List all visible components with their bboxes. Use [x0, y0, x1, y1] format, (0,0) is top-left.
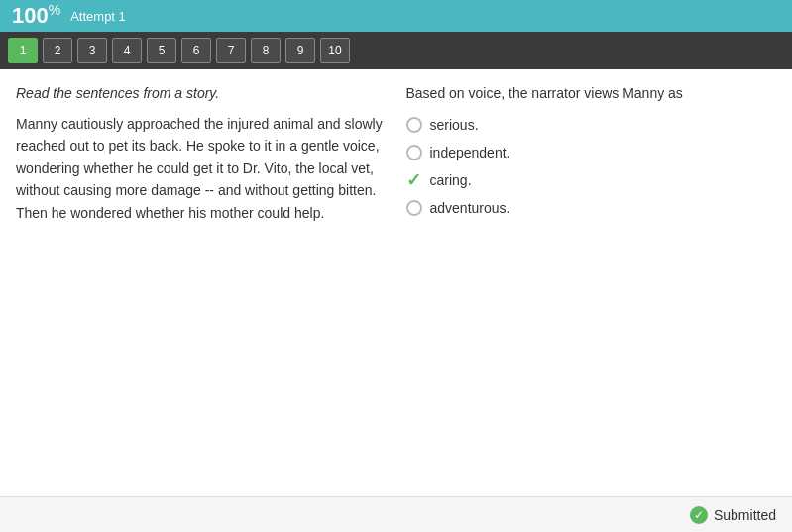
header-bar: 100% Attempt 1	[0, 0, 792, 32]
answer-label-1: independent.	[430, 145, 510, 160]
score-percent-sign: %	[49, 2, 60, 18]
nav-btn-9[interactable]: 9	[285, 38, 315, 63]
answer-label-0: serious.	[430, 117, 479, 133]
score-number: 100	[12, 4, 49, 29]
check-mark-icon: ✓	[406, 172, 422, 188]
footer-bar: ✓ Submitted	[0, 496, 792, 532]
nav-btn-5[interactable]: 5	[147, 38, 176, 63]
nav-btn-2[interactable]: 2	[43, 38, 72, 63]
radio-circle-icon	[406, 145, 422, 160]
answer-option-1[interactable]: independent.	[406, 145, 777, 160]
answer-option-3[interactable]: adventurous.	[406, 200, 777, 216]
nav-btn-8[interactable]: 8	[251, 38, 281, 63]
nav-btn-4[interactable]: 4	[112, 38, 142, 63]
main-content: Read the sentences from a story. Manny c…	[0, 69, 792, 496]
answer-option-2[interactable]: ✓caring.	[406, 172, 777, 188]
score-value: 100%	[12, 2, 60, 29]
answer-label-2: caring.	[430, 172, 472, 188]
question-label: Based on voice, the narrator views Manny…	[406, 85, 777, 101]
radio-circle-icon	[406, 200, 422, 216]
attempt-label: Attempt 1	[70, 9, 126, 24]
left-panel: Read the sentences from a story. Manny c…	[16, 85, 387, 480]
nav-btn-6[interactable]: 6	[181, 38, 211, 63]
radio-circle-icon	[406, 117, 422, 133]
answer-options: serious.independent.✓caring.adventurous.	[406, 117, 777, 216]
answer-label-3: adventurous.	[430, 200, 510, 216]
answer-option-0[interactable]: serious.	[406, 117, 777, 133]
nav-btn-1[interactable]: 1	[8, 38, 38, 63]
nav-btn-3[interactable]: 3	[77, 38, 107, 63]
nav-btn-10[interactable]: 10	[320, 38, 350, 63]
submitted-icon: ✓	[690, 506, 708, 524]
nav-btn-7[interactable]: 7	[216, 38, 246, 63]
prompt-label: Read the sentences from a story.	[16, 85, 387, 101]
submitted-label: Submitted	[714, 507, 776, 523]
right-panel: Based on voice, the narrator views Manny…	[406, 85, 777, 480]
passage-text: Manny cautiously approached the injured …	[16, 113, 387, 224]
question-navbar: 12345678910	[0, 32, 792, 69]
